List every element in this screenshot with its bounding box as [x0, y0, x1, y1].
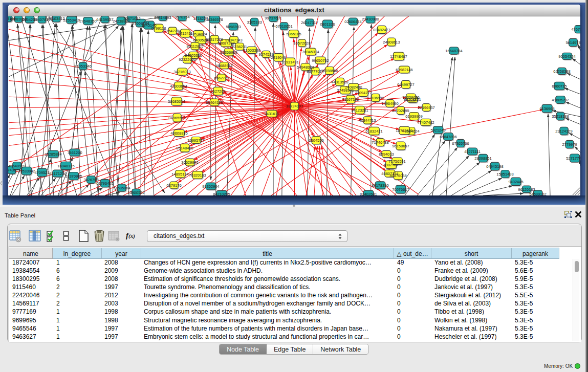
- svg-text:23430980: 23430980: [362, 17, 379, 21]
- svg-text:9570154: 9570154: [175, 16, 189, 19]
- svg-text:16048175: 16048175: [57, 164, 74, 168]
- svg-text:92322602: 92322602: [179, 57, 195, 62]
- svg-text:61832421: 61832421: [365, 129, 382, 134]
- svg-text:99737631: 99737631: [265, 16, 281, 20]
- svg-text:76945314: 76945314: [302, 50, 319, 54]
- svg-text:0801326: 0801326: [320, 22, 335, 27]
- svg-text:13186999: 13186999: [367, 96, 384, 100]
- svg-text:34216073: 34216073: [173, 70, 190, 74]
- svg-text:40640909: 40640909: [8, 164, 25, 168]
- svg-text:44313518: 44313518: [331, 80, 348, 84]
- svg-text:60366909: 60366909: [220, 50, 237, 55]
- svg-text:12748467: 12748467: [390, 54, 407, 59]
- svg-text:47407482: 47407482: [417, 120, 434, 125]
- svg-text:18724007: 18724007: [286, 104, 303, 108]
- svg-text:2419049: 2419049: [271, 55, 286, 60]
- svg-text:32871012: 32871012: [123, 16, 140, 21]
- svg-text:74964990: 74964990: [381, 101, 398, 106]
- svg-text:58685014: 58685014: [168, 99, 185, 104]
- svg-text:71746488: 71746488: [372, 140, 388, 145]
- svg-text:95148465: 95148465: [176, 146, 193, 150]
- svg-text:38346578: 38346578: [206, 17, 223, 22]
- svg-text:04499727: 04499727: [397, 82, 414, 87]
- svg-text:41605297: 41605297: [552, 98, 569, 102]
- svg-text:89178390: 89178390: [372, 183, 388, 188]
- svg-text:62268388: 62268388: [553, 69, 570, 74]
- svg-text:01965569: 01965569: [168, 116, 185, 120]
- svg-text:28098851: 28098851: [474, 156, 491, 161]
- svg-text:23285884: 23285884: [45, 152, 61, 157]
- svg-text:61796405: 61796405: [96, 181, 113, 186]
- svg-text:16648784: 16648784: [445, 49, 462, 53]
- svg-text:54599102: 54599102: [529, 192, 546, 196]
- svg-text:96120183: 96120183: [518, 187, 535, 192]
- svg-text:34123281: 34123281: [351, 108, 368, 113]
- svg-text:31003309: 31003309: [243, 48, 260, 53]
- svg-text:21053346: 21053346: [74, 64, 91, 69]
- svg-text:03482477: 03482477: [373, 28, 390, 32]
- svg-text:6594013: 6594013: [379, 152, 394, 157]
- svg-text:93103413: 93103413: [48, 16, 64, 21]
- svg-text:52553419: 52553419: [63, 18, 80, 23]
- svg-text:63982146: 63982146: [396, 68, 412, 72]
- svg-text:45271111: 45271111: [464, 149, 481, 154]
- svg-text:46688937: 46688937: [215, 63, 232, 68]
- svg-text:24082400: 24082400: [345, 85, 362, 90]
- svg-text:43303654: 43303654: [170, 84, 187, 89]
- svg-text:71756551: 71756551: [388, 159, 405, 164]
- svg-text:80112805: 80112805: [187, 44, 204, 49]
- svg-text:56464170: 56464170: [206, 100, 223, 105]
- svg-text:15851493: 15851493: [496, 172, 513, 177]
- svg-text:1627204: 1627204: [210, 89, 225, 94]
- svg-text:9402445: 9402445: [508, 180, 523, 184]
- svg-text:69847896: 69847896: [440, 135, 456, 139]
- svg-text:61939909: 61939909: [405, 114, 422, 119]
- svg-text:39533942: 39533942: [18, 169, 35, 173]
- svg-text:93534874: 93534874: [190, 32, 207, 36]
- svg-text:16572628: 16572628: [293, 41, 310, 46]
- svg-text:5098393: 5098393: [226, 25, 241, 29]
- svg-text:35218188: 35218188: [552, 114, 569, 119]
- svg-text:90034324: 90034324: [558, 54, 575, 59]
- svg-text:71094777: 71094777: [355, 91, 372, 95]
- svg-text:2779979: 2779979: [562, 142, 577, 147]
- svg-text:70076617: 70076617: [392, 187, 409, 192]
- svg-text:67010651: 67010651: [275, 24, 292, 29]
- svg-text:64139537: 64139537: [96, 17, 113, 22]
- svg-text:45171236: 45171236: [49, 171, 66, 176]
- svg-text:36629946: 36629946: [181, 160, 198, 165]
- svg-text:76320163: 76320163: [189, 173, 206, 178]
- svg-text:80876038: 80876038: [389, 173, 406, 178]
- svg-text:13900532: 13900532: [127, 190, 144, 195]
- svg-text:51370985: 51370985: [65, 174, 82, 179]
- svg-text:40608835: 40608835: [170, 131, 187, 136]
- svg-text:71167190: 71167190: [342, 97, 359, 102]
- svg-text:87347143: 87347143: [225, 38, 242, 42]
- svg-text:31931491: 31931491: [281, 60, 298, 64]
- svg-text:52717744: 52717744: [566, 156, 580, 161]
- svg-text:96158657: 96158657: [392, 144, 409, 148]
- svg-text:5614978: 5614978: [565, 40, 580, 45]
- svg-text:40344713: 40344713: [359, 118, 376, 123]
- svg-text:5865185: 5865185: [286, 32, 301, 36]
- svg-text:3105183: 3105183: [247, 20, 262, 25]
- svg-text:26247317: 26247317: [301, 20, 318, 25]
- svg-text:4767976: 4767976: [571, 27, 580, 32]
- svg-text:04945198: 04945198: [486, 164, 503, 169]
- svg-text:6562729: 6562729: [214, 76, 229, 80]
- svg-text:6060715: 6060715: [552, 84, 567, 89]
- svg-text:6136968: 6136968: [539, 106, 554, 111]
- svg-text:27648350: 27648350: [79, 19, 96, 24]
- svg-text:02606474: 02606474: [344, 19, 361, 24]
- svg-text:02402681: 02402681: [360, 192, 377, 196]
- svg-text:75339636: 75339636: [402, 95, 419, 100]
- svg-text:14895134: 14895134: [171, 172, 188, 177]
- svg-text:51585064: 51585064: [113, 186, 130, 190]
- svg-text:95788568: 95788568: [321, 69, 338, 73]
- svg-text:67365766: 67365766: [452, 141, 469, 146]
- svg-text:7461200: 7461200: [67, 150, 82, 155]
- svg-text:5921249: 5921249: [430, 128, 445, 133]
- svg-text:24808613: 24808613: [383, 40, 400, 45]
- svg-text:93352904: 93352904: [202, 184, 219, 189]
- svg-text:23124329: 23124329: [555, 129, 572, 134]
